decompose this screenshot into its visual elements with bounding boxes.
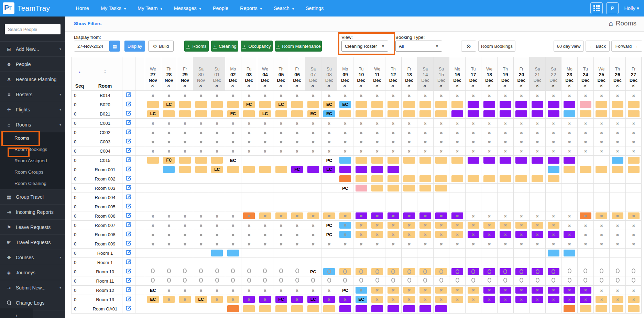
roster-cell[interactable]: ✖ — [433, 137, 449, 146]
roster-cell[interactable]: ✖ — [417, 137, 434, 146]
roster-cell[interactable] — [161, 258, 177, 267]
roster-cell[interactable] — [257, 174, 273, 184]
roster-cell[interactable] — [209, 304, 225, 314]
roster-cell[interactable]: ✖ — [610, 146, 626, 156]
edit-icon[interactable] — [126, 268, 132, 274]
roster-cell[interactable] — [305, 184, 321, 193]
roster-cell[interactable] — [481, 304, 498, 314]
roster-cell[interactable] — [593, 174, 610, 184]
roster-cell[interactable] — [385, 267, 401, 276]
roster-cell[interactable]: ✖ — [530, 211, 546, 221]
roster-cell[interactable] — [610, 267, 626, 276]
roster-cell[interactable] — [225, 276, 241, 286]
roster-cell[interactable]: ✖ — [498, 230, 514, 239]
roster-cell[interactable] — [578, 165, 594, 174]
sidebar-item-rosters[interactable]: ≡Rosters▾ — [0, 87, 65, 102]
nav-item-my-tasks[interactable]: My Tasks ▾ — [95, 6, 132, 11]
roster-cell[interactable]: ✖ — [433, 128, 449, 137]
roster-cell[interactable]: LC — [321, 165, 337, 174]
edit-cell[interactable] — [122, 295, 135, 304]
edit-icon[interactable] — [126, 129, 132, 135]
roster-cell[interactable] — [530, 258, 546, 267]
export-occupancy-button[interactable]: ↓Occupancy — [241, 41, 273, 52]
roster-cell[interactable] — [449, 156, 466, 165]
roster-cell[interactable]: ✖ — [369, 211, 385, 221]
edit-icon[interactable] — [126, 147, 132, 153]
date-column-header[interactable]: Sa30Nov✈ — [193, 57, 209, 91]
edit-icon[interactable] — [126, 101, 132, 107]
roster-cell[interactable] — [241, 276, 257, 286]
roster-cell[interactable]: ✖ — [401, 128, 417, 137]
edit-icon[interactable] — [126, 157, 132, 163]
roster-cell[interactable] — [177, 249, 193, 258]
roster-cell[interactable] — [498, 100, 514, 109]
roster-cell[interactable]: EC — [321, 109, 337, 119]
roster-cell[interactable] — [161, 193, 177, 202]
show-filters-link[interactable]: Show Filters — [74, 21, 101, 26]
date-column-header[interactable]: Fr13Dec✈ — [401, 57, 417, 91]
roster-cell[interactable] — [593, 276, 610, 286]
roster-cell[interactable] — [209, 258, 225, 267]
roster-cell[interactable] — [433, 193, 449, 202]
roster-cell[interactable]: ✖ — [177, 146, 193, 156]
roster-cell[interactable]: ✖ — [305, 221, 321, 230]
roster-cell[interactable] — [145, 174, 161, 184]
roster-cell[interactable]: ✖ — [161, 211, 177, 221]
roster-cell[interactable]: ✖ — [401, 221, 417, 230]
roster-cell[interactable] — [257, 165, 273, 174]
roster-cell[interactable]: ✖ — [289, 239, 305, 249]
roster-cell[interactable] — [385, 276, 401, 286]
roster-cell[interactable]: ✖ — [449, 146, 466, 156]
edit-icon[interactable] — [126, 166, 132, 172]
roster-cell[interactable] — [530, 184, 546, 193]
roster-cell[interactable] — [289, 174, 305, 184]
nav-item-people[interactable]: People — [207, 6, 234, 11]
roster-cell[interactable]: ✖ — [561, 128, 578, 137]
roster-cell[interactable] — [625, 174, 642, 184]
roster-cell[interactable] — [321, 174, 337, 184]
roster-cell[interactable] — [385, 304, 401, 314]
roster-cell[interactable] — [385, 100, 401, 109]
roster-cell[interactable]: ✖ — [145, 146, 161, 156]
edit-cell[interactable] — [122, 128, 135, 137]
edit-icon[interactable] — [126, 185, 132, 190]
roster-cell[interactable]: ✖ — [241, 221, 257, 230]
roster-cell[interactable]: ✖ — [193, 146, 209, 156]
roster-cell[interactable] — [465, 156, 481, 165]
roster-cell[interactable]: ✖ — [177, 239, 193, 249]
sidebar-item-flights[interactable]: ✈Flights▾ — [0, 102, 65, 117]
roster-cell[interactable]: ✖ — [161, 286, 177, 295]
edit-cell[interactable] — [122, 193, 135, 202]
roster-cell[interactable]: LC — [305, 295, 321, 304]
sidebar-item-group-travel[interactable]: ▦Group Travel — [0, 189, 65, 205]
roster-cell[interactable] — [610, 304, 626, 314]
roster-cell[interactable] — [481, 249, 498, 258]
roster-cell[interactable] — [289, 304, 305, 314]
roster-cell[interactable]: ✖ — [417, 119, 434, 128]
date-column-header[interactable]: We18Dec✈ — [481, 57, 498, 91]
roster-cell[interactable] — [545, 100, 561, 109]
roster-cell[interactable] — [498, 258, 514, 267]
roster-cell[interactable] — [241, 156, 257, 165]
roster-cell[interactable]: ✖ — [257, 221, 273, 230]
roster-cell[interactable] — [465, 109, 481, 119]
roster-cell[interactable]: ✖ — [561, 221, 578, 230]
roster-cell[interactable] — [481, 165, 498, 174]
roster-cell[interactable]: ✖ — [417, 295, 434, 304]
roster-cell[interactable]: ✖ — [481, 91, 498, 100]
roster-cell[interactable] — [193, 193, 209, 202]
roster-cell[interactable]: ✖ — [465, 91, 481, 100]
sidebar-item-people[interactable]: ☻People — [0, 57, 65, 72]
roster-cell[interactable] — [593, 165, 610, 174]
roster-cell[interactable]: ✖ — [193, 286, 209, 295]
roster-cell[interactable] — [193, 109, 209, 119]
date-column-header[interactable]: Fr06Dec✈ — [289, 57, 305, 91]
roster-cell[interactable]: ✖ — [273, 146, 289, 156]
roster-cell[interactable]: ✖ — [578, 137, 594, 146]
roster-cell[interactable]: ✖ — [193, 230, 209, 239]
roster-cell[interactable]: ✖ — [273, 91, 289, 100]
roster-cell[interactable] — [417, 174, 434, 184]
roster-cell[interactable]: ✖ — [145, 91, 161, 100]
roster-cell[interactable] — [385, 109, 401, 119]
roster-cell[interactable] — [369, 202, 385, 211]
